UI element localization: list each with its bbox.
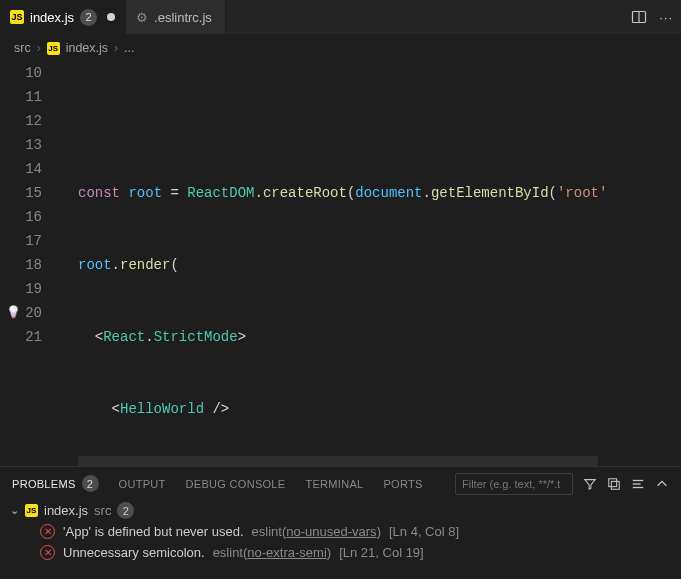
code-editor[interactable]: 10111213 14151617 18192021 const root = …: [0, 61, 681, 466]
collapse-all-icon[interactable]: [607, 477, 621, 491]
eslint-rule-link[interactable]: no-extra-semi: [247, 545, 326, 560]
problem-location: [Ln 21, Col 19]: [339, 545, 424, 560]
file-path: src: [94, 503, 111, 518]
problem-source: eslint(no-extra-semi): [213, 545, 332, 560]
panel-tabs: PROBLEMS 2 OUTPUT DEBUG CONSOLE TERMINAL…: [0, 467, 681, 500]
problem-item[interactable]: ✕ Unnecessary semicolon. eslint(no-extra…: [0, 542, 681, 563]
problem-source: eslint(no-unused-vars): [252, 524, 381, 539]
tab-eslintrc[interactable]: ⚙ .eslintrc.js: [126, 0, 226, 34]
problem-item[interactable]: ✕ 'App' is defined but never used. eslin…: [0, 521, 681, 542]
problems-filter-input[interactable]: [455, 473, 573, 495]
panel-tab-debug-console[interactable]: DEBUG CONSOLE: [186, 478, 286, 490]
chevron-right-icon: ›: [114, 41, 118, 55]
view-as-list-icon[interactable]: [631, 477, 645, 491]
bottom-panel: PROBLEMS 2 OUTPUT DEBUG CONSOLE TERMINAL…: [0, 466, 681, 579]
panel-tab-output[interactable]: OUTPUT: [119, 478, 166, 490]
tab-label: index.js: [30, 10, 74, 25]
line-number-gutter: 10111213 14151617 18192021: [0, 61, 58, 466]
svg-rect-2: [609, 478, 617, 486]
code-content[interactable]: const root = ReactDOM.createRoot(documen…: [62, 61, 681, 466]
breadcrumb-trail: ...: [124, 41, 134, 55]
js-file-icon: JS: [25, 504, 38, 517]
tab-error-badge: 2: [80, 9, 97, 26]
unsaved-dot-icon: [107, 13, 115, 21]
problem-message: Unnecessary semicolon.: [63, 545, 205, 560]
file-name: index.js: [44, 503, 88, 518]
breadcrumb-file: index.js: [66, 41, 108, 55]
svg-rect-3: [611, 481, 619, 489]
error-icon: ✕: [40, 524, 55, 539]
problems-file-group[interactable]: ⌄ JS index.js src 2: [0, 500, 681, 521]
horizontal-scrollbar[interactable]: [78, 456, 598, 466]
chevron-down-icon: ⌄: [10, 504, 19, 517]
gear-icon: ⚙: [136, 10, 148, 25]
problem-location: [Ln 4, Col 8]: [389, 524, 459, 539]
editor-tabs-bar: JS index.js 2 ⚙ .eslintrc.js ···: [0, 0, 681, 35]
problem-message: 'App' is defined but never used.: [63, 524, 244, 539]
breadcrumb-folder: src: [14, 41, 31, 55]
eslint-rule-link[interactable]: no-unused-vars: [286, 524, 376, 539]
tab-actions: ···: [631, 0, 681, 34]
error-icon: ✕: [40, 545, 55, 560]
split-editor-icon[interactable]: [631, 9, 647, 25]
problems-count-badge: 2: [82, 475, 99, 492]
panel-tab-terminal[interactable]: TERMINAL: [305, 478, 363, 490]
file-error-badge: 2: [117, 502, 134, 519]
chevron-right-icon: ›: [37, 41, 41, 55]
tab-label: .eslintrc.js: [154, 10, 212, 25]
chevron-up-icon[interactable]: [655, 477, 669, 491]
panel-tab-problems[interactable]: PROBLEMS 2: [12, 475, 99, 492]
breadcrumb[interactable]: src › JS index.js › ...: [0, 35, 681, 61]
problems-list: ⌄ JS index.js src 2 ✕ 'App' is defined b…: [0, 500, 681, 579]
panel-tab-ports[interactable]: PORTS: [383, 478, 422, 490]
more-actions-icon[interactable]: ···: [659, 10, 673, 25]
js-file-icon: JS: [10, 10, 24, 24]
js-file-icon: JS: [47, 42, 60, 55]
tab-index-js[interactable]: JS index.js 2: [0, 0, 126, 34]
filter-icon[interactable]: [583, 477, 597, 491]
